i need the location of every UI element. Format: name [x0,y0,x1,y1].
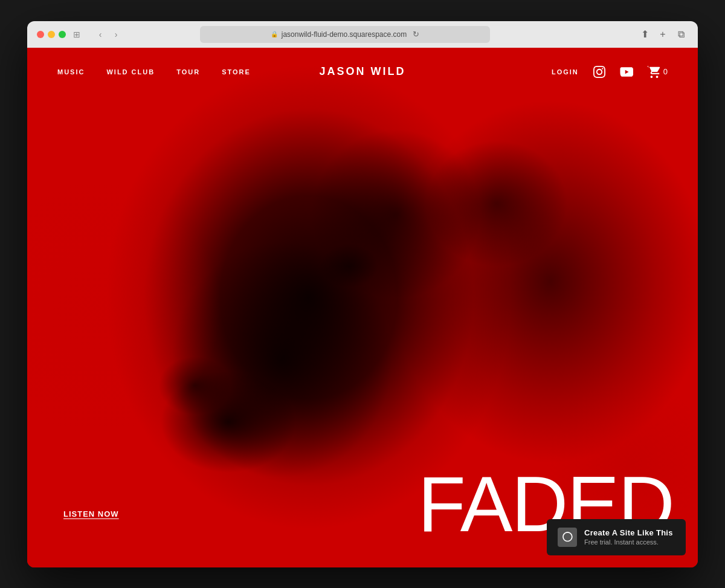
share-button[interactable]: ⬆ [637,27,652,42]
cart-container[interactable]: 0 [648,66,668,78]
hero-content: LISTEN NOW [63,508,119,519]
squarespace-title: Create A Site Like This [584,528,673,537]
cart-count: 0 [663,67,668,76]
nav-tour[interactable]: TOUR [176,68,200,76]
url-text: jasonwild-fluid-demo.squarespace.com [282,30,407,39]
browser-actions: ⬆ + ⧉ [637,27,688,42]
nav-login[interactable]: LOGIN [552,68,579,76]
squarespace-text: Create A Site Like This Free trial. Inst… [584,528,673,546]
website: MUSIC WILD CLUB TOUR STORE JASON WILD LO… [27,48,698,567]
nav-center: JASON WILD [319,65,405,78]
new-tab-button[interactable]: + [656,27,670,42]
squarespace-badge[interactable]: Create A Site Like This Free trial. Inst… [547,519,686,555]
squarespace-subtitle: Free trial. Instant access. [584,538,673,546]
nav-wild-club[interactable]: WILD CLUB [106,68,155,76]
youtube-icon[interactable] [620,67,633,77]
address-bar[interactable]: 🔒 jasonwild-fluid-demo.squarespace.com ↻ [200,26,490,43]
browser-chrome: ⊞ ‹ › 🔒 jasonwild-fluid-demo.squarespace… [27,21,698,48]
nav-left: MUSIC WILD CLUB TOUR STORE [57,68,251,76]
navbar: MUSIC WILD CLUB TOUR STORE JASON WILD LO… [27,48,698,96]
back-button[interactable]: ‹ [94,28,107,41]
squarespace-logo [558,528,577,547]
fullscreen-button[interactable] [59,31,66,38]
browser-controls: ‹ › [94,28,123,41]
tab-overview-button[interactable]: ⧉ [674,27,688,42]
minimize-button[interactable] [48,31,55,38]
close-button[interactable] [37,31,44,38]
nav-music[interactable]: MUSIC [57,68,85,76]
refresh-icon[interactable]: ↻ [413,30,419,39]
browser-window: ⊞ ‹ › 🔒 jasonwild-fluid-demo.squarespace… [27,21,698,567]
nav-store[interactable]: STORE [222,68,251,76]
traffic-lights [37,31,66,38]
cart-icon [648,66,661,78]
lock-icon: 🔒 [271,31,278,37]
sidebar-toggle[interactable]: ⊞ [73,30,80,39]
listen-now-link[interactable]: LISTEN NOW [63,509,119,519]
forward-button[interactable]: › [109,28,123,41]
site-title[interactable]: JASON WILD [319,65,405,77]
instagram-icon[interactable] [593,66,605,78]
nav-right: LOGIN 0 [552,66,668,78]
